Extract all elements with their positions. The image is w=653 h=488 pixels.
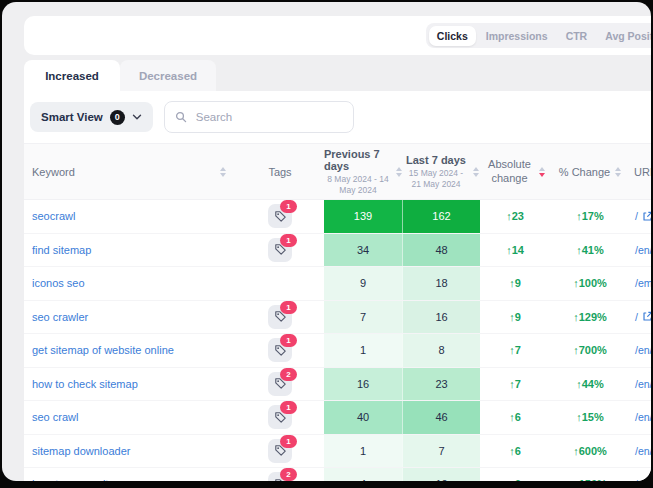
metric-segmented-control: ClicksImpressionsCTRAvg Position (426, 23, 651, 48)
tag-count-badge: 2 (280, 368, 297, 381)
table-body: seocrawl 1 139 162 ↑23 ↑17% / find sitem… (24, 200, 651, 481)
keyword-link[interactable]: seo crawler (24, 301, 236, 334)
tags-cell: 2 (236, 468, 324, 481)
url-link[interactable]: /em/ (630, 267, 651, 300)
tag-button[interactable]: 2 (268, 372, 292, 396)
last-7-days-value: 18 (402, 267, 480, 300)
metric-tab-clicks[interactable]: Clicks (429, 26, 476, 46)
url-link[interactable]: /en/ (630, 368, 651, 401)
smart-view-label: Smart View (41, 111, 103, 123)
url-link[interactable]: / (630, 200, 651, 233)
keyword-link[interactable]: how to check sitemap (24, 368, 236, 401)
tag-count-badge: 1 (280, 334, 297, 347)
column-header-absolute-change: Absolute change (480, 158, 550, 186)
tag-button[interactable]: 1 (268, 405, 292, 429)
smart-view-dropdown[interactable]: Smart View 0 (30, 102, 153, 132)
tag-count-badge: 1 (280, 234, 297, 247)
keyword-link[interactable]: get sitemap of website online (24, 334, 236, 367)
percent-change-value: ↑129% (550, 301, 630, 334)
last-7-days-value: 8 (402, 334, 480, 367)
search-icon (175, 111, 187, 123)
keyword-link[interactable]: seocrawl (24, 200, 236, 233)
tags-cell: 1 (236, 301, 324, 334)
last-7-days-value: 10 (402, 468, 480, 481)
url-link[interactable]: /en/ (630, 334, 651, 367)
metric-toolbar-card: ClicksImpressionsCTRAvg Position (24, 16, 651, 55)
url-link[interactable]: /en/ (630, 234, 651, 267)
last-7-days-value: 162 (402, 200, 480, 233)
tags-cell (236, 267, 324, 300)
url-link[interactable]: /en/ (630, 468, 651, 481)
tag-button[interactable]: 1 (268, 338, 292, 362)
search-box (164, 101, 354, 133)
tag-button[interactable]: 1 (268, 204, 292, 228)
tag-button[interactable]: 1 (268, 238, 292, 262)
tag-button[interactable]: 1 (268, 439, 292, 463)
sort-icon-last-7-days[interactable] (473, 167, 479, 177)
keyword-link[interactable]: iconos seo (24, 267, 236, 300)
column-header-tags: Tags (236, 166, 324, 178)
percent-change-value: ↑100% (550, 267, 630, 300)
percent-change-value: ↑41% (550, 234, 630, 267)
absolute-change-value: ↑6 (480, 435, 550, 468)
absolute-change-value: ↑6 (480, 468, 550, 481)
table-row: how to see a sitemap 2 4 10 ↑6 ↑150% /en… (24, 468, 651, 481)
absolute-change-value: ↑23 (480, 200, 550, 233)
previous-7-days-value: 9 (324, 267, 402, 300)
tab-increased[interactable]: Increased (24, 60, 120, 91)
previous-7-days-value: 40 (324, 401, 402, 434)
tags-cell: 1 (236, 200, 324, 233)
table-row: sitemap downloader 1 1 7 ↑6 ↑600% /en/ (24, 435, 651, 469)
previous-7-days-value: 16 (324, 368, 402, 401)
keyword-link[interactable]: find sitemap (24, 234, 236, 267)
sort-icon-keyword[interactable] (220, 167, 226, 177)
column-header-previous-7-days: Previous 7 days 8 May 2024 - 14 May 2024 (324, 148, 402, 195)
tag-button[interactable]: 1 (268, 305, 292, 329)
trend-tabs: IncreasedDecreased (24, 60, 216, 91)
url-link[interactable]: /en/ (630, 401, 651, 434)
tag-button[interactable]: 2 (268, 472, 292, 481)
app-window: ClicksImpressionsCTRAvg Position Increas… (2, 2, 651, 481)
metric-tab-avg-position[interactable]: Avg Position (597, 26, 651, 46)
sort-icon-percent-change[interactable] (615, 167, 621, 177)
table-row: seo crawler 1 7 16 ↑9 ↑129% / (24, 301, 651, 335)
previous-7-days-value: 1 (324, 334, 402, 367)
tags-cell: 2 (236, 368, 324, 401)
filter-bar: Smart View 0 (24, 91, 651, 143)
sort-icon-absolute-change-active-desc[interactable] (539, 167, 545, 177)
external-link-icon (642, 311, 651, 322)
keyword-link[interactable]: sitemap downloader (24, 435, 236, 468)
url-link[interactable]: / (630, 301, 651, 334)
keyword-link[interactable]: how to see a sitemap (24, 468, 236, 481)
absolute-change-value: ↑7 (480, 334, 550, 367)
column-header-keyword: Keyword (24, 166, 236, 178)
absolute-change-value: ↑14 (480, 234, 550, 267)
percent-change-value: ↑44% (550, 368, 630, 401)
absolute-change-value: ↑7 (480, 368, 550, 401)
metric-tab-ctr[interactable]: CTR (558, 26, 596, 46)
last-7-days-value: 48 (402, 234, 480, 267)
table-card: Smart View 0 Keyword Tags (24, 91, 651, 481)
search-input[interactable] (194, 110, 343, 124)
tags-cell: 1 (236, 435, 324, 468)
absolute-change-value: ↑9 (480, 301, 550, 334)
table-row: get sitemap of website online 1 1 8 ↑7 ↑… (24, 334, 651, 368)
previous-7-days-value: 139 (324, 200, 402, 233)
last-7-days-value: 46 (402, 401, 480, 434)
table-header: Keyword Tags Previous 7 days 8 May 2024 … (24, 143, 651, 200)
previous-7-days-value: 4 (324, 468, 402, 481)
tag-count-badge: 1 (280, 435, 297, 448)
column-header-last-7-days: Last 7 days 15 May 2024 - 21 May 2024 (402, 154, 480, 189)
keyword-link[interactable]: seo crawl (24, 401, 236, 434)
percent-change-value: ↑15% (550, 401, 630, 434)
metric-tab-impressions[interactable]: Impressions (478, 26, 556, 46)
external-link-icon (642, 211, 651, 222)
percent-change-value: ↑17% (550, 200, 630, 233)
last-7-days-value: 16 (402, 301, 480, 334)
table-row: how to check sitemap 2 16 23 ↑7 ↑44% /en… (24, 368, 651, 402)
url-link[interactable]: /en/ (630, 435, 651, 468)
tag-count-badge: 1 (280, 401, 297, 414)
percent-change-value: ↑150% (550, 468, 630, 481)
tab-decreased[interactable]: Decreased (120, 60, 216, 91)
column-header-percent-change: % Change (550, 166, 630, 178)
